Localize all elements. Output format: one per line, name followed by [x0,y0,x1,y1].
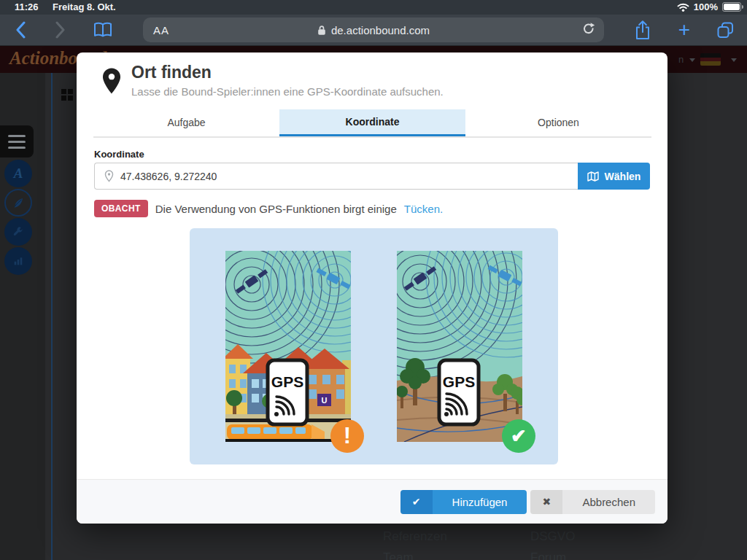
map-icon [587,171,599,182]
footer-link-team[interactable]: Team [383,551,414,560]
actionbound-a-icon: A [14,166,23,182]
url-text: de.actionbound.com [331,24,430,36]
sidebar-dimmed: A [0,73,44,560]
add-button-label: Hinzufügen [433,490,527,514]
tab-aufgabe[interactable]: Aufgabe [93,109,279,136]
wifi-icon [677,3,689,12]
choose-button-label: Wählen [605,171,641,182]
add-button[interactable]: ✔ Hinzufügen [400,490,527,514]
dialog-subtitle: Lasse die Bound-Spieler:innen eine GPS-K… [131,85,444,98]
cancel-button[interactable]: ✖ Abbrechen [530,490,655,514]
lock-icon [317,25,326,36]
chevron-down-icon [731,58,737,62]
feather-icon [12,196,25,209]
chevron-down-icon [689,58,695,62]
tab-optionen[interactable]: Optionen [465,109,651,136]
panel-divider [51,73,53,560]
german-flag-icon[interactable] [700,53,721,66]
wrench-icon [12,225,25,238]
location-pin-icon [101,67,122,95]
dialog-tabs: Aufgabe Koordinate Optionen [93,109,651,138]
city-illustration: U GPS [225,251,351,442]
coordinate-input-group: 47.438626, 9.272240 Wählen [94,163,650,190]
cancel-button-label: Abbrechen [562,490,655,514]
dialog-title: Ort finden [131,63,212,82]
gps-field-scene: GPS ✔ [397,251,522,442]
sidebar-item-stats[interactable] [4,247,32,275]
hamburger-menu-icon[interactable] [0,125,34,158]
header-menu-fragment: n [678,54,684,65]
success-check-badge: ✔ [502,419,535,453]
bar-chart-icon [12,255,24,267]
sidebar-item-bound[interactable]: A [4,160,32,187]
close-icon: ✖ [530,490,562,514]
gps-illustration-panel: U GPS [190,228,558,464]
gps-label: GPS [271,373,303,390]
bookmarks-icon[interactable] [93,15,113,45]
grid-icon [61,89,73,101]
gps-warning: OBACHT Die Verwendung von GPS-Funktionen… [94,200,443,217]
new-tab-icon[interactable]: + [675,15,694,45]
tab-koordinate[interactable]: Koordinate [279,109,465,136]
gps-city-scene: U GPS [225,251,351,442]
coordinate-value: 47.438626, 9.272240 [120,171,217,182]
ort-finden-dialog: Ort finden Lasse die Bound-Spieler:innen… [77,52,667,524]
warning-text: Die Verwendung von GPS-Funktionen birgt … [155,203,397,215]
battery-percent: 100% [694,1,718,12]
reader-view-button[interactable]: AA [153,24,169,36]
address-bar[interactable]: AA de.actionbound.com [143,18,604,42]
footer-link-dsgvo[interactable]: DSGVO [530,529,575,544]
status-bar: 11:26 Freitag 8. Okt. 100% [0,0,747,15]
sidebar-item-settings[interactable] [4,218,32,246]
gps-label: GPS [443,373,475,390]
pin-outline-icon [104,170,114,182]
share-icon[interactable] [633,15,652,45]
footer-link-referenzen[interactable]: Referenzen [383,529,447,544]
ubahn-sign: U [322,396,328,405]
warning-exclamation-badge: ! [330,419,364,453]
check-icon: ✔ [400,490,433,514]
forward-icon[interactable] [51,15,69,45]
tuecken-link[interactable]: Tücken. [404,203,443,215]
sidebar-item-editor[interactable] [4,189,32,217]
browser-toolbar: AA de.actionbound.com + [0,15,747,46]
reload-icon[interactable] [582,22,595,38]
footer-link-forum[interactable]: Forum [530,551,566,560]
clock: 11:26 [15,1,39,12]
battery-icon [722,2,741,12]
coordinate-input[interactable]: 47.438626, 9.272240 [94,163,578,190]
back-icon[interactable] [12,15,29,45]
tabs-icon[interactable] [715,15,735,45]
date: Freitag 8. Okt. [53,1,116,12]
field-illustration: GPS [397,251,522,442]
dialog-footer: ✔ Hinzufügen ✖ Abbrechen [77,479,667,524]
obacht-badge: OBACHT [94,200,148,217]
coordinate-label: Koordinate [94,149,144,160]
choose-location-button[interactable]: Wählen [578,163,650,190]
